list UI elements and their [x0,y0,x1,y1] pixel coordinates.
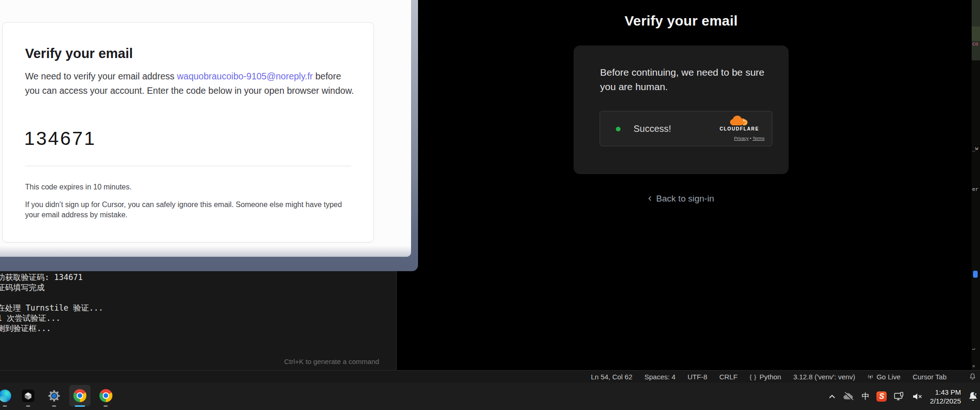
browser-verify-page: Verify your email Before continuing, we … [418,0,972,370]
taskbar: 中 S 1:43 PM 2/12/2025 [0,383,980,410]
cube-glyph [24,391,33,400]
link-separator: • [750,136,751,141]
turnstile-links: Privacy • Terms [734,136,764,141]
volume-muted-icon[interactable] [912,392,923,401]
taskbar-active-indicator [75,405,85,407]
email-page: Verify your email We need to verify your… [0,0,411,257]
chrome-ring [103,392,109,399]
divider [25,166,351,166]
terminal-command-hint: Ctrl+K to generate a command [284,358,379,365]
tray-clock[interactable]: 1:43 PM 2/12/2025 [930,388,961,405]
cursor-position-indicator[interactable]: Ln 54, Col 62 [591,373,632,381]
encoding-indicator[interactable]: UTF-8 [687,373,707,381]
email-body: We need to verify your email address waq… [25,69,356,98]
taskbar-app-cursor[interactable] [17,385,39,406]
terminal-line: 证码填写完成 [0,283,45,292]
human-check-prompt: Before continuing, we need to be sure yo… [600,65,771,94]
verify-page-title: Verify your email [574,13,789,29]
taskbar-app-edge[interactable] [0,385,15,406]
onedrive-offline-icon[interactable] [843,392,855,401]
go-live-button[interactable]: Go Live [867,373,901,381]
ignore-note: If you didn’t sign up for Cursor, you ca… [25,200,345,220]
code-fragment: _w [972,145,978,151]
close-icon[interactable]: × [972,363,975,369]
settings-gear-icon [48,390,60,402]
taskbar-indicator [3,405,7,407]
indentation-indicator[interactable]: Spaces: 4 [645,373,676,381]
braces-icon: { } [750,373,757,380]
back-to-sign-in-link[interactable]: ‹Back to sign-in [574,192,789,204]
taskbar-app-chrome[interactable] [95,385,117,406]
chrome-icon [99,389,112,402]
notifications-bell-button[interactable] [969,373,976,380]
chrome-core [104,393,108,398]
chrome-core [78,393,82,398]
code-fragment: er [972,186,978,192]
taskbar-indicator [26,405,30,407]
tray-time: 1:43 PM [930,388,961,397]
email-body-before: We need to verify your email address [25,71,177,81]
taskbar-app-chrome-active[interactable] [69,385,91,406]
terminal-line: 测到验证框... [0,324,51,333]
ime-mode-indicator[interactable]: 中 [862,391,869,402]
taskbar-indicator [52,405,56,407]
system-tray: 中 S 1:43 PM 2/12/2025 [829,383,978,410]
editor-badge [973,271,978,278]
notification-bell-dnd-icon[interactable]: z [968,391,978,402]
cast-display-icon[interactable] [894,392,905,401]
back-link-label: Back to sign-in [656,194,714,203]
language-label: Python [759,373,781,381]
tray-chevron-up-icon[interactable] [829,394,836,399]
code-highlight-band [972,0,980,26]
email-client-window[interactable]: Verify your email We need to verify your… [0,0,418,271]
email-address-link[interactable]: waquobraucoibo-9105@noreply.fr [177,71,313,81]
terminal-line: 功获取验证码: 134671 [0,273,83,282]
cursor-app-icon [22,390,34,402]
svg-text:z: z [975,392,977,396]
email-title: Verify your email [25,46,133,61]
verify-header: Verify your email [574,0,789,29]
chrome-ring [77,392,83,399]
terminal-line: 1 次尝试验证... [0,313,60,323]
taskbar-app-settings[interactable] [43,385,65,406]
bell-icon [969,373,976,380]
code-highlight-band [972,26,980,41]
python-interpreter-indicator[interactable]: 3.12.8 ('venv': venv) [793,373,855,381]
eol-indicator[interactable]: CRLF [719,373,738,381]
cloudflare-brand: CLOUDFLARE [713,116,765,131]
status-bar: Ln 54, Col 62 Spaces: 4 UTF-8 CRLF { }Py… [0,370,980,383]
code-fragment: co [972,41,978,47]
terms-link[interactable]: Terms [752,136,764,141]
email-card: Verify your email We need to verify your… [2,22,374,242]
sogou-input-icon[interactable]: S [876,391,887,402]
cloudflare-cloud-icon [729,116,750,126]
return-glyph: ↵ [972,345,975,351]
success-dot-icon [616,127,621,131]
terminal-panel[interactable]: 功获取验证码: 134671 证码填写完成 在处理 Turnstile 验证..… [0,271,397,370]
privacy-link[interactable]: Privacy [734,136,749,141]
cursor-tab-indicator[interactable]: Cursor Tab [913,373,947,381]
cloudflare-turnstile-widget[interactable]: Success! CLOUDFLARE Privacy • Terms [600,111,772,146]
desktop: Verify your email We need to verify your… [0,0,980,410]
verification-code: 134671 [24,128,96,150]
broadcast-icon [867,373,874,380]
taskbar-indicator [104,405,108,407]
edge-icon [0,390,11,402]
chevron-left-icon: ‹ [648,192,652,204]
terminal-line: 在处理 Turnstile 验证... [0,303,103,312]
code-expiry-note: This code expires in 10 minutes. [25,183,131,191]
cloudflare-wordmark: CLOUDFLARE [713,126,765,131]
tray-date: 2/12/2025 [930,397,961,405]
editor-window-sliver[interactable]: co _w er ↵ × [972,0,980,370]
chrome-icon [73,389,86,402]
turnstile-status: Success! [634,124,671,134]
verify-card: Before continuing, we need to be sure yo… [574,46,789,174]
language-mode-indicator[interactable]: { }Python [750,373,781,381]
go-live-label: Go Live [876,373,901,381]
